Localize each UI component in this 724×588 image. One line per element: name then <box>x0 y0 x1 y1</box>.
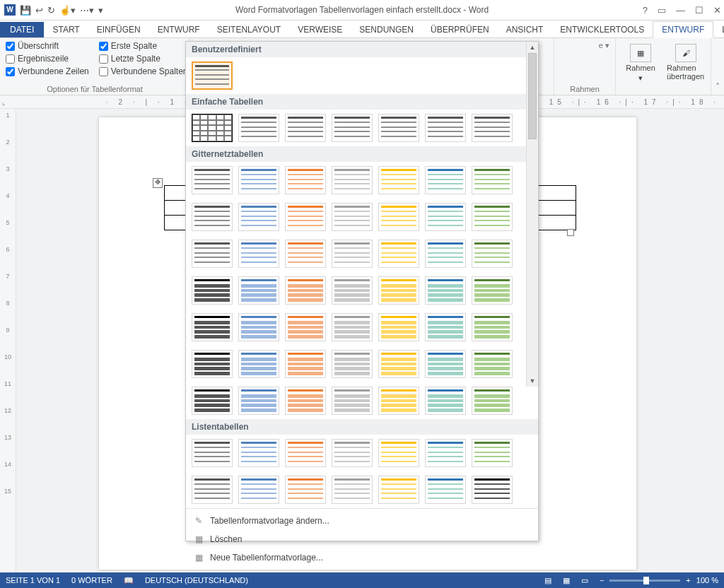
menu-new-style[interactable]: ▦Neue Tabellenformatvorlage... <box>186 548 538 567</box>
style-thumb[interactable] <box>425 439 466 467</box>
tab-ansicht[interactable]: ANSICHT <box>498 22 552 37</box>
scroll-up-icon[interactable]: ▲ <box>527 42 538 53</box>
style-thumb[interactable] <box>332 166 373 194</box>
style-thumb[interactable] <box>425 240 466 268</box>
qat-more-icon[interactable]: ⋯▾ <box>80 5 94 16</box>
style-thumb[interactable] <box>238 387 279 415</box>
style-thumb[interactable] <box>192 203 233 231</box>
style-thumb[interactable] <box>472 350 513 378</box>
style-thumb[interactable] <box>472 240 513 268</box>
style-thumb[interactable] <box>332 387 373 415</box>
tab-table-entwurf[interactable]: ENTWURF <box>653 21 713 38</box>
tab-einfuegen[interactable]: EINFÜGEN <box>88 22 149 37</box>
style-thumb[interactable] <box>192 350 233 378</box>
style-thumb[interactable] <box>285 166 326 194</box>
check-erste-spalte[interactable]: Erste Spalte <box>99 41 188 51</box>
style-thumb[interactable] <box>238 240 279 268</box>
maximize-icon[interactable]: ☐ <box>695 5 703 16</box>
check-ueberschrift[interactable]: Überschrift <box>6 41 89 51</box>
style-thumb[interactable] <box>192 476 233 504</box>
style-thumb[interactable] <box>472 313 513 341</box>
status-page[interactable]: SEITE 1 VON 1 <box>6 576 60 584</box>
style-thumb[interactable] <box>425 350 466 378</box>
style-thumb[interactable] <box>285 476 326 504</box>
style-thumb[interactable] <box>378 276 419 305</box>
tab-verweise[interactable]: VERWEISE <box>289 22 351 37</box>
zoom-control[interactable]: − + 100 % <box>600 576 718 584</box>
zoom-in-icon[interactable]: + <box>686 576 690 584</box>
view-print-icon[interactable]: ▦ <box>563 576 570 585</box>
style-thumb[interactable] <box>425 114 466 142</box>
shading-dropdown-fragment[interactable]: e ▾ <box>560 41 609 50</box>
style-thumb[interactable] <box>192 114 233 142</box>
style-thumb[interactable] <box>472 387 513 415</box>
scroll-down-icon[interactable]: ▼ <box>527 375 538 387</box>
style-thumb[interactable] <box>425 387 466 415</box>
zoom-value[interactable]: 100 % <box>696 576 718 584</box>
borders-button[interactable]: ▦ Rahmen▾ <box>621 44 660 83</box>
style-thumb[interactable] <box>332 313 373 341</box>
style-thumb[interactable] <box>472 276 513 305</box>
table-resize-handle[interactable] <box>567 229 574 236</box>
style-thumb[interactable] <box>285 276 326 305</box>
style-thumb[interactable] <box>238 350 279 378</box>
style-thumb[interactable] <box>378 439 419 467</box>
style-thumb[interactable] <box>238 476 279 504</box>
style-thumb[interactable] <box>472 166 513 194</box>
tab-sendungen[interactable]: SENDUNGEN <box>351 22 422 37</box>
style-thumb[interactable] <box>238 203 279 231</box>
style-thumb[interactable] <box>425 313 466 341</box>
style-thumb[interactable] <box>378 350 419 378</box>
zoom-out-icon[interactable]: − <box>600 576 604 584</box>
style-thumb[interactable] <box>425 203 466 231</box>
menu-clear[interactable]: ▦Löschen <box>186 530 538 548</box>
tab-entwicklertools[interactable]: ENTWICKLERTOOLS <box>551 22 653 37</box>
style-thumb[interactable] <box>472 203 513 231</box>
check-ergebniszeile[interactable]: Ergebniszeile <box>6 54 89 64</box>
style-thumb[interactable] <box>285 114 326 142</box>
view-read-icon[interactable]: ▤ <box>544 576 551 585</box>
style-thumb[interactable] <box>425 166 466 194</box>
style-thumb[interactable] <box>472 439 513 467</box>
help-icon[interactable]: ? <box>643 5 648 16</box>
gallery-scrollbar[interactable]: ▲ ▼ <box>526 42 538 387</box>
table-move-handle[interactable]: ✥ <box>153 178 163 188</box>
zoom-slider[interactable] <box>609 580 680 582</box>
style-thumb[interactable] <box>238 439 279 467</box>
check-verbundene-spalten[interactable]: Verbundene Spalten <box>99 66 188 76</box>
tab-table-layout[interactable]: LAYOUT <box>713 22 724 37</box>
style-thumb[interactable] <box>192 166 233 194</box>
undo-icon[interactable]: ↩ <box>35 5 43 16</box>
style-thumb[interactable] <box>378 476 419 504</box>
redo-icon[interactable]: ↻ <box>47 5 55 16</box>
style-thumb[interactable] <box>425 276 466 305</box>
qat-customize-icon[interactable]: ▾ <box>98 5 103 16</box>
style-thumb[interactable] <box>378 387 419 415</box>
collapse-ribbon-icon[interactable]: ˄ <box>711 38 724 95</box>
style-thumb[interactable] <box>472 114 513 142</box>
style-thumb[interactable] <box>192 313 233 341</box>
menu-modify-style[interactable]: ✎Tabellenformatvorlage ändern... <box>186 512 538 530</box>
touch-mode-icon[interactable]: ☝▾ <box>59 5 76 16</box>
style-thumb[interactable] <box>425 476 466 504</box>
style-thumb[interactable] <box>238 313 279 341</box>
style-thumb[interactable] <box>285 313 326 341</box>
close-icon[interactable]: ✕ <box>713 5 721 16</box>
style-custom-1[interactable] <box>192 61 233 90</box>
style-thumb[interactable] <box>285 387 326 415</box>
style-thumb[interactable] <box>378 166 419 194</box>
style-thumb[interactable] <box>378 313 419 341</box>
minimize-icon[interactable]: — <box>676 5 685 16</box>
style-thumb[interactable] <box>378 240 419 268</box>
status-proofing-icon[interactable]: 📖 <box>124 576 134 585</box>
check-verbundene-zeilen[interactable]: Verbundene Zeilen <box>6 66 89 76</box>
status-language[interactable]: DEUTSCH (DEUTSCHLAND) <box>145 576 248 584</box>
tab-entwurf[interactable]: ENTWURF <box>149 22 209 37</box>
view-web-icon[interactable]: ▭ <box>581 576 588 585</box>
style-thumb[interactable] <box>378 114 419 142</box>
style-thumb[interactable] <box>378 203 419 231</box>
style-thumb[interactable] <box>285 439 326 467</box>
border-painter-button[interactable]: 🖌 Rahmen übertragen <box>667 44 705 81</box>
style-thumb[interactable] <box>192 276 233 305</box>
scroll-thumb[interactable] <box>528 53 537 139</box>
